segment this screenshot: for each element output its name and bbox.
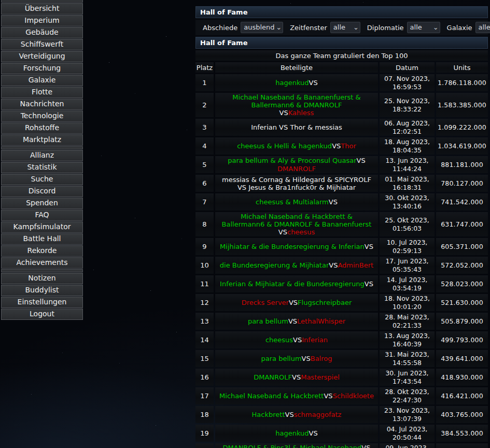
- rank-cell: 16: [195, 369, 214, 386]
- winner-names: Hackbrett: [252, 411, 285, 418]
- sidebar-item-suche[interactable]: Suche: [1, 174, 83, 185]
- date-cell: 07. Nov 2023, 16:59:53: [380, 74, 435, 91]
- filter-abschiede: Abschiede ausblenden ⌄: [203, 22, 283, 33]
- units-cell: 353.537.000: [436, 443, 488, 448]
- filter-zeitfenster: Zeitfenster alle ⌄: [290, 22, 360, 33]
- rank-cell: 10: [195, 257, 214, 274]
- sidebar-item-allianz[interactable]: Allianz: [1, 150, 83, 161]
- sidebar-item-marktplatz[interactable]: Marktplatz: [1, 134, 83, 146]
- neutral-text: VS: [302, 355, 311, 362]
- sidebar-item-statistik[interactable]: Statistik: [1, 162, 83, 173]
- date-cell: 25. Okt 2023, 01:56:03: [380, 212, 435, 236]
- neutral-text: VS: [309, 79, 318, 87]
- loser-names: Kahless: [288, 109, 314, 117]
- neutral-text: Inferian VS Thor & messias: [251, 123, 342, 131]
- neutral-text: messias & Cornag & Hildegard & SPICYROLF…: [218, 176, 375, 191]
- sidebar-item-rekorde[interactable]: Rekorde: [1, 245, 83, 257]
- winner-names: cheesus: [265, 336, 293, 344]
- winner-names: Inferian & Mijhiatar & die Bundesregieru…: [220, 280, 365, 288]
- sidebar-item-einstellungen[interactable]: Einstellungen: [1, 297, 83, 308]
- sidebar-item-rohstoffe[interactable]: Rohstoffe: [1, 122, 83, 134]
- sidebar-item-flotte[interactable]: Flotte: [1, 87, 83, 98]
- units-cell: 384.553.000: [436, 425, 488, 442]
- galaxie-select[interactable]: alle: [475, 22, 490, 33]
- neutral-text: VS: [357, 157, 366, 164]
- units-cell: 780.127.000: [436, 175, 488, 192]
- loser-names: cheesus: [287, 228, 315, 236]
- date-cell: 30. Okt 2023, 13:40:16: [380, 193, 435, 211]
- rank-cell: 15: [195, 350, 214, 367]
- sidebar-item-nachrichten[interactable]: Nachrichten: [1, 99, 83, 110]
- diplomatie-select[interactable]: alle: [407, 22, 440, 33]
- sidebar-item-notizen[interactable]: Notizen: [1, 273, 83, 284]
- participants-cell: para bellum VS Balrog: [215, 350, 378, 367]
- participants-cell: cheesus & Helli & hagenkud VS Thor: [215, 137, 378, 155]
- winner-names: die Bundesregierung & Mijhiatar: [220, 261, 329, 269]
- participants-cell: Inferian & Mijhiatar & die Bundesregieru…: [215, 275, 378, 292]
- sidebar-item-galaxie[interactable]: Galaxie: [1, 75, 83, 86]
- participants-cell: hagenkud VS: [215, 425, 378, 442]
- neutral-text: VS: [289, 299, 298, 306]
- sidebar-item-schiffswerft[interactable]: Schiffswerft: [1, 39, 83, 50]
- date-cell: 18. Nov 2023, 10:01:20: [380, 294, 435, 311]
- zeitfenster-label: Zeitfenster: [290, 24, 327, 32]
- loser-names: Masterspiel: [301, 373, 340, 381]
- loser-names: AdminBert: [338, 261, 373, 269]
- sidebar-item-imperium[interactable]: Imperium: [1, 15, 83, 26]
- date-cell: 28. Mai 2023, 02:21:33: [380, 313, 435, 330]
- rank-cell: 19: [195, 425, 214, 442]
- loser-names: Balrog: [311, 355, 332, 362]
- date-cell: 06. Aug 2023, 12:02:51: [380, 119, 435, 136]
- sidebar-item-kampfsimulator[interactable]: Kampfsimulator: [1, 221, 83, 233]
- sidebar-item-battle-hall[interactable]: Battle Hall: [1, 233, 83, 245]
- neutral-text: VS: [324, 392, 332, 400]
- participants-cell: cheesus & Multialarm VS: [215, 193, 378, 211]
- sidebar-item-gebaude[interactable]: Gebäude: [1, 27, 83, 38]
- game-page: ÜbersichtImperiumGebäudeSchiffswerftVert…: [0, 0, 490, 448]
- sidebar-item-verteidigung[interactable]: Verteidigung: [1, 51, 83, 62]
- units-cell: 1.583.385.000: [436, 93, 488, 117]
- abschiede-select[interactable]: ausblenden: [241, 22, 283, 33]
- sidebar-item-achievements[interactable]: Achievements: [1, 257, 83, 269]
- rank-cell: 7: [195, 193, 214, 211]
- sidebar-item-faq[interactable]: FAQ: [1, 209, 83, 221]
- loser-names: schmaggofatz: [294, 411, 342, 418]
- sidebar-item-ubersicht[interactable]: Übersicht: [1, 3, 83, 15]
- loser-names: Schildkloete: [333, 392, 374, 400]
- page-title-text: Hall of Fame: [200, 8, 247, 16]
- sidebar-item-spenden[interactable]: Spenden: [1, 198, 83, 209]
- rank-cell: 3: [195, 119, 214, 136]
- date-cell: 28. Okt 2023, 22:47:30: [380, 387, 435, 404]
- sidebar-item-buddylist[interactable]: Buddylist: [1, 285, 83, 296]
- units-cell: 631.747.000: [436, 212, 488, 236]
- sidebar-item-logout[interactable]: Logout: [1, 309, 83, 320]
- neutral-text: VS: [279, 109, 288, 117]
- units-cell: 572.052.000: [436, 257, 488, 274]
- neutral-text: VS: [288, 317, 297, 325]
- sidebar-item-discord[interactable]: Discord: [1, 186, 83, 197]
- participants-cell: cheesus VS Inferian: [215, 331, 378, 348]
- rank-cell: 11: [195, 275, 214, 292]
- winner-names: para bellum: [248, 317, 288, 325]
- hall-of-fame-table: Das ganze Team gratuliert den Top 100 Pl…: [195, 50, 488, 448]
- date-cell: 31. Mai 2023, 14:55:58: [380, 350, 435, 367]
- participants-cell: Michael Naseband & Bananenfuerst & Balle…: [215, 93, 378, 117]
- participants-cell: DMANROLF VS Masterspiel: [215, 369, 378, 386]
- participants-cell: Michael Naseband & Hackbrett & Ballerman…: [215, 212, 378, 236]
- participants-cell: Inferian VS Thor & messias: [215, 119, 378, 136]
- units-cell: 528.023.000: [436, 275, 488, 292]
- sidebar: ÜbersichtImperiumGebäudeSchiffswerftVert…: [1, 0, 83, 320]
- winner-names: hagenkud: [275, 79, 309, 87]
- loser-names: Drecks Server: [242, 299, 289, 306]
- zeitfenster-select[interactable]: alle: [330, 22, 360, 33]
- rank-cell: 2: [195, 93, 214, 117]
- neutral-text: VS: [278, 228, 287, 236]
- sidebar-item-technologie[interactable]: Technologie: [1, 110, 83, 122]
- winner-names: Michael Naseband & Hackbrett & Ballerman…: [218, 213, 375, 228]
- participants-cell: die Bundesregierung & Mijhiatar VS Admin…: [215, 257, 378, 274]
- participants-cell: para bellum VS LethalWhisper: [215, 313, 378, 330]
- participants-cell: Michael Naseband & Hackbrett VS Schildkl…: [215, 387, 378, 404]
- column-header-datum: Datum: [380, 62, 435, 73]
- loser-names: Inferian: [302, 336, 328, 344]
- sidebar-item-forschung[interactable]: Forschung: [1, 63, 83, 74]
